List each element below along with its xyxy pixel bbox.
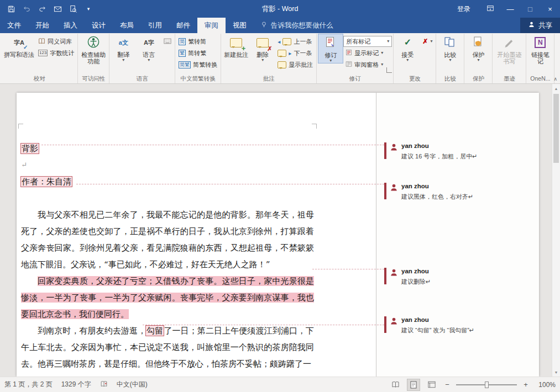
group-label-chinese-conversion: 中文简繁转换 — [176, 74, 219, 83]
comment-bubble-icon — [282, 38, 291, 45]
comment-anchor-paragraph[interactable]: 回家变卖典质，父亲还了亏空；又借钱办了丧事。这些日子，家中光景很是惨淡，一半为了… — [21, 276, 314, 319]
document-page[interactable]: 背影 ↵ 作者：朱自清 我与父亲不相见已二年余了，我最不能忘记的是他的背影。那年… — [17, 93, 539, 377]
paragraph-3-text[interactable]: 到南京时，有朋友约去游逛， — [38, 326, 146, 336]
tab-review[interactable]: 审阅 — [197, 18, 226, 33]
language-icon: A字 — [144, 39, 154, 46]
paragraph-3[interactable]: 到南京时，有朋友约去游逛，勾留了一日；第二日上午便须渡江到浦口，下午上车北去。父… — [21, 322, 314, 372]
show-markup-button[interactable]: 显示标记 ▾ — [343, 47, 392, 59]
comment-card-3[interactable]: yan zhou 建议删除↵ — [384, 268, 536, 286]
tab-file[interactable]: 文件 — [0, 18, 28, 33]
zoom-out-button[interactable]: − — [443, 380, 451, 389]
word-count-button[interactable]: 123 字数统计 — [36, 47, 76, 59]
input-method-button[interactable] — [161, 36, 174, 47]
word-count-indicator[interactable]: 1329 个字 — [61, 380, 91, 389]
next-comment-button[interactable]: ▸ 下一条 — [275, 47, 315, 59]
collapse-ribbon-button[interactable]: ∧ — [553, 76, 557, 82]
comment-author-icon — [390, 268, 398, 286]
spelling-grammar-button[interactable]: 字A✓ 拼写和语法 — [2, 34, 36, 58]
start-inking-button[interactable]: 开始墨迹书写 — [494, 34, 525, 65]
customize-qat-button[interactable]: ▾ — [82, 2, 95, 15]
ink-pen-icon — [504, 36, 515, 49]
undo-button[interactable] — [20, 2, 33, 15]
reviewing-pane-button[interactable]: 审阅窗格 ▾ — [343, 59, 392, 70]
language-button[interactable]: A字 语言 ▾ — [136, 34, 161, 62]
markup-selector[interactable]: 所有标记 ▾ — [343, 36, 392, 47]
compare-button[interactable]: 比较 ▾ — [437, 34, 463, 62]
new-comment-button[interactable]: + 新建批注 — [222, 34, 250, 58]
redo-button[interactable] — [35, 2, 49, 15]
minimize-button[interactable]: — — [500, 0, 520, 18]
paragraph-mark: ↵ — [21, 157, 314, 173]
check-accessibility-button[interactable]: 检查辅助功能 — [79, 34, 108, 65]
accessibility-person-icon — [87, 36, 100, 49]
comment-text[interactable]: 建议黑体，红色，右对齐↵ — [401, 193, 473, 201]
read-mode-button[interactable] — [389, 379, 402, 391]
tell-me-box[interactable]: 告诉我你想要做什么 — [254, 18, 340, 33]
protect-button[interactable]: 保护 ▾ — [465, 34, 491, 62]
delete-comment-button[interactable]: ✗ 删除 ▾ — [250, 34, 275, 62]
ribbon-display-options-button[interactable] — [480, 0, 500, 18]
tab-insert[interactable]: 插入 — [56, 18, 85, 33]
tab-layout[interactable]: 布局 — [113, 18, 141, 33]
next-comment-icon: ▸ — [289, 50, 291, 56]
zoom-percentage[interactable]: 100% — [535, 381, 556, 389]
language-indicator[interactable]: 中文(中国) — [117, 380, 148, 389]
comment-connector-line — [312, 269, 384, 269]
group-label-ink: 墨迹 — [494, 74, 525, 83]
reject-button[interactable]: ✗ ▾ — [420, 36, 435, 47]
print-preview-button[interactable] — [66, 2, 80, 15]
document-area: 背影 ↵ 作者：朱自清 我与父亲不相见已二年余了，我最不能忘记的是他的背影。那年… — [0, 84, 560, 377]
show-comments-button[interactable]: 显示批注 — [275, 59, 315, 70]
email-button[interactable] — [51, 2, 64, 15]
sign-in-button[interactable]: 登录 — [447, 4, 480, 14]
tab-mailings[interactable]: 邮件 — [169, 18, 197, 33]
scrollbar-thumb[interactable] — [553, 94, 559, 163]
linked-notes-button[interactable]: N 链接笔记 — [527, 34, 553, 65]
comment-anchor-title[interactable]: 背影 — [21, 144, 39, 153]
comment-card-4[interactable]: yan zhou 建议 “勾留” 改为 “我勾留”↵ — [384, 316, 536, 335]
document-title-line[interactable]: 背影 — [21, 140, 314, 157]
scroll-down-icon[interactable]: ▼ — [552, 368, 560, 377]
tab-view[interactable]: 视图 — [226, 18, 254, 33]
maximize-button[interactable]: □ — [520, 0, 540, 18]
traditional-to-simplified-button[interactable]: 简 繁转简 — [176, 36, 219, 47]
comment-anchor-goulu[interactable]: 勾留 — [146, 326, 164, 336]
print-layout-button[interactable] — [407, 379, 420, 391]
paragraph-1[interactable]: 我与父亲不相见已二年余了，我最不能忘记的是他的背影。那年冬天，祖母死了，父亲的差… — [21, 206, 314, 273]
document-author-line[interactable]: 作者：朱自清 — [21, 173, 314, 190]
convert-button[interactable]: 简繁 简繁转换 — [176, 59, 219, 70]
zoom-slider-thumb[interactable] — [485, 382, 489, 388]
share-button[interactable]: 共享 — [520, 18, 560, 33]
simplified-to-traditional-button[interactable]: 繁 简转繁 — [176, 47, 219, 59]
paragraph-2[interactable]: 回家变卖典质，父亲还了亏空；又借钱办了丧事。这些日子，家中光景很是惨淡，一半为了… — [21, 273, 314, 322]
comment-text[interactable]: 建议删除↵ — [401, 278, 431, 286]
comment-text[interactable]: 建议 “勾留” 改为 “我勾留”↵ — [401, 326, 474, 335]
markup-area: yan zhou 建议 16 号字，加粗，居中↵ yan zhou 建议黑体，红… — [376, 93, 539, 377]
vertical-scrollbar[interactable]: ▲ ▼ — [552, 84, 560, 377]
proofing-status-icon[interactable] — [100, 380, 108, 389]
comment-card-1[interactable]: yan zhou 建议 16 号字，加粗，居中↵ — [384, 142, 536, 161]
thesaurus-button[interactable]: 同义词库 — [36, 36, 76, 47]
ribbon-group-protect: 保护 ▾ 保护 — [464, 34, 493, 83]
ribbon-display-options-icon — [486, 4, 494, 14]
tab-references[interactable]: 引用 — [141, 18, 169, 33]
zoom-in-button[interactable]: + — [522, 380, 530, 389]
close-button[interactable]: × — [540, 0, 560, 18]
comment-anchor-author[interactable]: 作者：朱自清 — [21, 177, 72, 187]
document-text[interactable]: 背影 ↵ 作者：朱自清 我与父亲不相见已二年余了，我最不能忘记的是他的背影。那年… — [21, 140, 314, 372]
scroll-up-icon[interactable]: ▲ — [552, 84, 560, 93]
web-layout-button[interactable] — [425, 379, 438, 391]
comment-card-2[interactable]: yan zhou 建议黑体，红色，右对齐↵ — [384, 183, 536, 201]
translate-button[interactable]: a文 翻译 ▾ — [111, 34, 136, 62]
track-changes-button[interactable]: 修订 ▾ — [318, 34, 343, 63]
save-button[interactable] — [4, 2, 18, 15]
zoom-slider[interactable] — [456, 384, 517, 385]
accept-button[interactable]: ✓ 接受 ▾ — [395, 34, 420, 62]
previous-comment-button[interactable]: ◂ 上一条 — [275, 36, 315, 47]
tab-home[interactable]: 开始 — [28, 18, 56, 33]
chevron-down-icon: ▾ — [381, 51, 383, 55]
page-indicator[interactable]: 第 1 页，共 2 页 — [4, 380, 53, 389]
tab-design[interactable]: 设计 — [85, 18, 113, 33]
dialog-launcher-icon[interactable] — [386, 67, 392, 73]
comment-text[interactable]: 建议 16 号字，加粗，居中↵ — [401, 152, 478, 161]
